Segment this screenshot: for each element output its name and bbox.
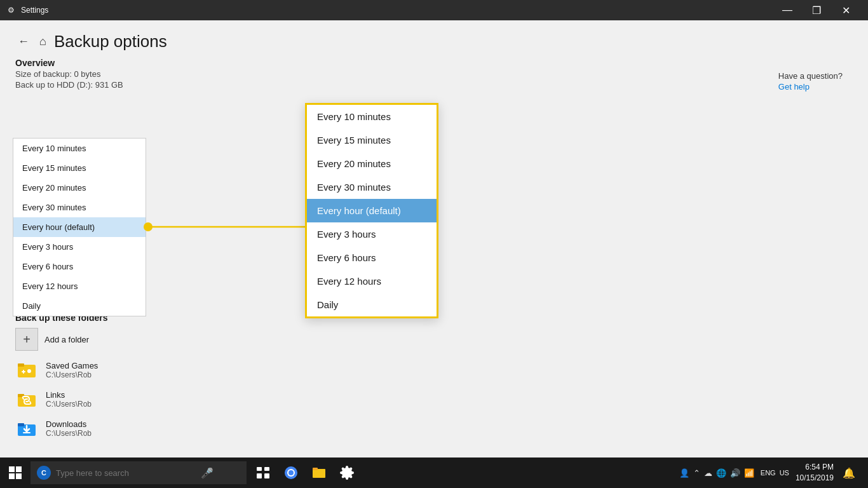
home-icon: ⌂ xyxy=(39,35,46,48)
dropdown-item-4[interactable]: Every hour (default) xyxy=(13,217,146,237)
svg-rect-15 xyxy=(257,467,262,471)
dropdown-item-5[interactable]: Every 3 hours xyxy=(13,237,146,257)
zoomed-dropdown-item-0[interactable]: Every 10 minutes xyxy=(307,105,437,128)
zoomed-dropdown-item-4[interactable]: Every hour (default) xyxy=(307,199,437,222)
folder-icon xyxy=(15,358,38,381)
svg-rect-9 xyxy=(18,423,24,426)
close-button[interactable]: ✕ xyxy=(831,0,860,20)
notification-button[interactable]: 🔔 xyxy=(835,458,863,488)
svg-rect-5 xyxy=(22,371,25,372)
svg-point-21 xyxy=(288,470,294,475)
minimize-button[interactable]: — xyxy=(773,0,802,20)
region-label: US xyxy=(780,469,789,477)
add-icon: + xyxy=(15,328,38,351)
folder-item: Saved Games C:\Users\Rob xyxy=(15,358,108,381)
chrome-button[interactable] xyxy=(277,458,305,488)
connector-dot xyxy=(144,222,153,231)
taskbar-date-value: 10/15/2019 xyxy=(796,473,834,484)
taskbar-time-value: 6:54 PM xyxy=(796,462,834,473)
svg-rect-2 xyxy=(18,363,24,367)
title-bar-controls: — ❐ ✕ xyxy=(773,0,860,20)
content-area: ← ⌂ Backup options Have a question? Get … xyxy=(0,20,868,458)
dropdown-item-1[interactable]: Every 15 minutes xyxy=(13,158,146,178)
cloud-icon: ☁ xyxy=(704,468,712,478)
dropdown-item-7[interactable]: Every 12 hours xyxy=(13,276,146,296)
folder-icon xyxy=(15,388,38,410)
wifi-icon: 📶 xyxy=(744,468,754,478)
zoomed-dropdown-item-1[interactable]: Every 15 minutes xyxy=(307,128,437,152)
folder-item: Downloads C:\Users\Rob xyxy=(15,417,108,440)
overview-title: Overview xyxy=(15,58,853,68)
windows-icon xyxy=(9,466,22,479)
svg-rect-18 xyxy=(264,473,269,478)
maximize-button[interactable]: ❐ xyxy=(802,0,831,20)
network-icon: 🌐 xyxy=(716,468,726,478)
svg-rect-14 xyxy=(16,473,22,479)
page-title: Backup options xyxy=(54,32,167,51)
title-bar-left: ⚙ Settings xyxy=(8,6,48,15)
window-title: Settings xyxy=(21,6,48,15)
folder-item: Links C:\Users\Rob xyxy=(15,388,108,410)
zoomed-dropdown-item-2[interactable]: Every 20 minutes xyxy=(307,152,437,175)
file-explorer-button[interactable] xyxy=(305,458,333,488)
folder-name: Downloads xyxy=(46,419,92,429)
folder-path: C:\Users\Rob xyxy=(46,370,98,379)
dropdown-item-6[interactable]: Every 6 hours xyxy=(13,257,146,276)
svg-rect-12 xyxy=(16,466,22,472)
svg-point-3 xyxy=(27,369,31,373)
get-help-link[interactable]: Get help xyxy=(778,82,810,92)
cortana-icon: C xyxy=(37,466,51,480)
search-input[interactable] xyxy=(56,468,196,478)
svg-rect-10 xyxy=(23,432,31,433)
folder-icon xyxy=(15,417,38,440)
people-icon: 👤 xyxy=(679,468,689,478)
help-section: Have a question? Get help xyxy=(778,71,843,92)
dropdown-item-0[interactable]: Every 10 minutes xyxy=(13,139,146,158)
taskbar-apps xyxy=(249,458,361,488)
chevron-up-icon[interactable]: ⌃ xyxy=(693,468,700,478)
zoomed-dropdown-item-7[interactable]: Every 12 hours xyxy=(307,269,437,293)
settings-taskbar-button[interactable] xyxy=(333,458,361,488)
task-view-button[interactable] xyxy=(249,458,277,488)
folders-section: Back up these folders + Add a folder Sav… xyxy=(15,313,108,446)
language-label: ENG xyxy=(761,469,776,477)
svg-rect-17 xyxy=(257,473,262,478)
dropdown-item-2[interactable]: Every 20 minutes xyxy=(13,178,146,198)
chrome-icon xyxy=(283,465,299,480)
zoomed-dropdown-item-5[interactable]: Every 3 hours xyxy=(307,222,437,246)
taskbar-clock[interactable]: 6:54 PM 10/15/2019 xyxy=(796,462,834,484)
page-header: ← ⌂ Backup options xyxy=(0,20,868,58)
zoomed-dropdown-item-8[interactable]: Daily xyxy=(307,293,437,316)
add-folder-button[interactable]: + Add a folder xyxy=(15,328,89,351)
add-folder-label: Add a folder xyxy=(44,335,89,344)
svg-rect-13 xyxy=(9,473,15,479)
back-button[interactable]: ← xyxy=(15,32,32,51)
microphone-icon[interactable]: 🎤 xyxy=(201,467,214,479)
help-question: Have a question? xyxy=(778,71,843,81)
zoomed-dropdown-item-3[interactable]: Every 30 minutes xyxy=(307,175,437,199)
backup-frequency-dropdown[interactable]: Every 10 minutesEvery 15 minutesEvery 20… xyxy=(13,138,146,316)
svg-rect-11 xyxy=(9,466,15,472)
dropdown-item-3[interactable]: Every 30 minutes xyxy=(13,198,146,217)
file-explorer-icon xyxy=(311,465,327,480)
zoomed-dropdown-item-6[interactable]: Every 6 hours xyxy=(307,246,437,269)
backup-frequency-dropdown-zoomed[interactable]: Every 10 minutesEvery 15 minutesEvery 20… xyxy=(305,103,438,318)
overview-size: Size of backup: 0 bytes xyxy=(15,69,853,79)
svg-rect-16 xyxy=(264,467,269,471)
settings-taskbar-icon xyxy=(339,465,355,480)
settings-icon: ⚙ xyxy=(8,6,15,15)
folder-name: Saved Games xyxy=(46,361,98,370)
task-view-icon xyxy=(255,465,271,480)
taskbar: C 🎤 xyxy=(0,458,868,488)
start-button[interactable] xyxy=(0,458,31,488)
taskbar-search-bar[interactable]: C 🎤 xyxy=(31,461,247,484)
tray-icons: 👤 ⌃ ☁ 🌐 🔊 📶 xyxy=(679,468,754,478)
overview-drive: Back up to HDD (D:): 931 GB xyxy=(15,80,853,90)
svg-rect-22 xyxy=(313,469,325,478)
system-tray: 👤 ⌃ ☁ 🌐 🔊 📶 ENG US 6:54 PM 10/15/2019 🔔 xyxy=(679,458,868,488)
dropdown-item-8[interactable]: Daily xyxy=(13,296,146,316)
volume-icon: 🔊 xyxy=(730,468,740,478)
notification-icon: 🔔 xyxy=(843,467,855,479)
svg-rect-23 xyxy=(313,468,318,470)
folder-path: C:\Users\Rob xyxy=(46,400,92,409)
